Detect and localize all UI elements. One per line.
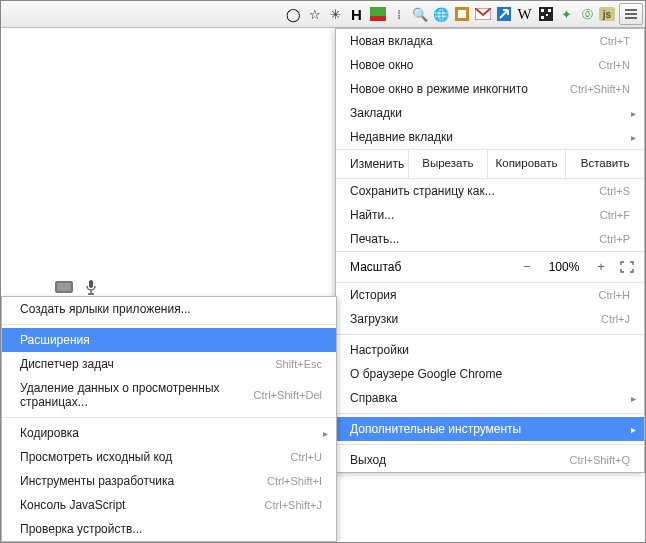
menu-print[interactable]: Печать...Ctrl+P (336, 227, 644, 251)
menu-history[interactable]: ИсторияCtrl+H (336, 283, 644, 307)
menu-label: Проверка устройств... (20, 522, 142, 536)
ext-h-icon[interactable]: H (347, 5, 366, 24)
menu-more-tools[interactable]: Дополнительные инструменты (336, 417, 644, 441)
menu-label: Создать ярлыки приложения... (20, 302, 191, 316)
paste-button[interactable]: Вставить (565, 150, 644, 178)
svg-rect-1 (370, 16, 386, 21)
zoom-value: 100% (540, 260, 588, 274)
edit-label: Изменить (336, 150, 408, 178)
menu-label: Просмотреть исходный код (20, 450, 172, 464)
separator (2, 417, 336, 418)
submenu-create-shortcuts[interactable]: Создать ярлыки приложения... (2, 297, 336, 321)
ext-gmail-icon[interactable] (473, 5, 492, 24)
shortcut-text: Ctrl+U (291, 451, 322, 463)
menu-settings[interactable]: Настройки (336, 338, 644, 362)
submenu-encoding[interactable]: Кодировка (2, 421, 336, 445)
chrome-main-menu: Новая вкладкаCtrl+T Новое окноCtrl+N Нов… (335, 28, 645, 473)
copy-button[interactable]: Копировать (487, 150, 566, 178)
hamburger-icon (624, 8, 638, 20)
shortcut-text: Ctrl+J (601, 313, 630, 325)
browser-toolbar: ◯ ☆ ✳ H ⁞ 🔍 🌐 W ✦ ⓪ js (1, 1, 645, 28)
menu-bookmarks[interactable]: Закладки (336, 101, 644, 125)
svg-rect-9 (541, 16, 544, 19)
svg-rect-3 (458, 10, 466, 18)
menu-downloads[interactable]: ЗагрузкиCtrl+J (336, 307, 644, 331)
star-icon[interactable]: ☆ (305, 5, 324, 24)
submenu-js-console[interactable]: Консоль JavaScriptCtrl+Shift+J (2, 493, 336, 517)
menu-incognito[interactable]: Новое окно в режиме инкогнитоCtrl+Shift+… (336, 77, 644, 101)
fullscreen-icon (620, 261, 634, 273)
ext-zero-icon[interactable]: ⓪ (578, 5, 597, 24)
svg-rect-0 (370, 7, 386, 16)
menu-label: Новое окно (350, 58, 414, 72)
shortcut-text: Ctrl+Shift+Del (254, 389, 322, 401)
submenu-clear-data[interactable]: Удаление данных о просмотренных страница… (2, 376, 336, 414)
submenu-view-source[interactable]: Просмотреть исходный кодCtrl+U (2, 445, 336, 469)
shortcut-text: Shift+Esc (275, 358, 322, 370)
ext-globe-icon[interactable]: 🌐 (431, 5, 450, 24)
shortcut-text: Ctrl+Shift+I (267, 475, 322, 487)
menu-label: Новая вкладка (350, 34, 433, 48)
shortcut-text: Ctrl+Shift+Q (569, 454, 630, 466)
zoom-out-button[interactable]: − (514, 256, 540, 278)
menu-recent-tabs[interactable]: Недавние вкладки (336, 125, 644, 149)
menu-exit[interactable]: ВыходCtrl+Shift+Q (336, 448, 644, 472)
menu-about[interactable]: О браузере Google Chrome (336, 362, 644, 386)
fullscreen-button[interactable] (614, 256, 640, 278)
menu-label: Выход (350, 453, 386, 467)
menu-label: Загрузки (350, 312, 398, 326)
ext-box-icon[interactable] (452, 5, 471, 24)
menu-label: Удаление данных о просмотренных страница… (20, 381, 254, 409)
search-input-icons (55, 279, 97, 295)
ext-bug-icon[interactable]: ✳ (326, 5, 345, 24)
ext-evernote-icon[interactable]: ✦ (557, 5, 576, 24)
submenu-task-manager[interactable]: Диспетчер задачShift+Esc (2, 352, 336, 376)
shortcut-text: Ctrl+F (600, 209, 630, 221)
menu-label: Печать... (350, 232, 399, 246)
submenu-extensions[interactable]: Расширения (2, 328, 336, 352)
svg-rect-7 (541, 9, 544, 12)
keyboard-icon[interactable] (55, 281, 73, 293)
zoom-in-button[interactable]: + (588, 256, 614, 278)
menu-label: Дополнительные инструменты (350, 422, 521, 436)
menu-label: Недавние вкладки (350, 130, 453, 144)
ext-dots-icon[interactable]: ⁞ (389, 5, 408, 24)
shortcut-text: Ctrl+Shift+N (570, 83, 630, 95)
separator (336, 334, 644, 335)
more-tools-submenu: Создать ярлыки приложения... Расширения … (1, 296, 337, 542)
submenu-inspect-devices[interactable]: Проверка устройств... (2, 517, 336, 541)
menu-new-tab[interactable]: Новая вкладкаCtrl+T (336, 29, 644, 53)
menu-label: Диспетчер задач (20, 357, 114, 371)
menu-zoom-row: Масштаб − 100% + (336, 251, 644, 283)
svg-rect-8 (548, 9, 551, 12)
ext-search-icon[interactable]: 🔍 (410, 5, 429, 24)
ext-qr-icon[interactable] (536, 5, 555, 24)
microphone-icon[interactable] (85, 279, 97, 295)
separator (2, 324, 336, 325)
menu-label: Справка (350, 391, 397, 405)
cut-button[interactable]: Вырезать (408, 150, 487, 178)
menu-find[interactable]: Найти...Ctrl+F (336, 203, 644, 227)
ext-js-icon[interactable]: js (599, 7, 615, 21)
zoom-label: Масштаб (350, 260, 514, 274)
menu-label: Закладки (350, 106, 402, 120)
omnibox-marker-icon[interactable]: ◯ (284, 5, 303, 24)
menu-button[interactable] (619, 3, 643, 25)
ext-flag-icon[interactable] (368, 5, 387, 24)
shortcut-text: Ctrl+Shift+J (265, 499, 322, 511)
separator (336, 444, 644, 445)
menu-help[interactable]: Справка (336, 386, 644, 410)
menu-save-as[interactable]: Сохранить страницу как...Ctrl+S (336, 179, 644, 203)
menu-new-window[interactable]: Новое окноCtrl+N (336, 53, 644, 77)
menu-label: Консоль JavaScript (20, 498, 125, 512)
menu-label: Инструменты разработчика (20, 474, 174, 488)
shortcut-text: Ctrl+N (599, 59, 630, 71)
ext-arrow-icon[interactable] (494, 5, 513, 24)
separator (336, 413, 644, 414)
menu-label: О браузере Google Chrome (350, 367, 502, 381)
svg-rect-10 (546, 14, 548, 16)
menu-label: Новое окно в режиме инкогнито (350, 82, 528, 96)
menu-label: Настройки (350, 343, 409, 357)
ext-w-icon[interactable]: W (515, 5, 534, 24)
submenu-dev-tools[interactable]: Инструменты разработчикаCtrl+Shift+I (2, 469, 336, 493)
